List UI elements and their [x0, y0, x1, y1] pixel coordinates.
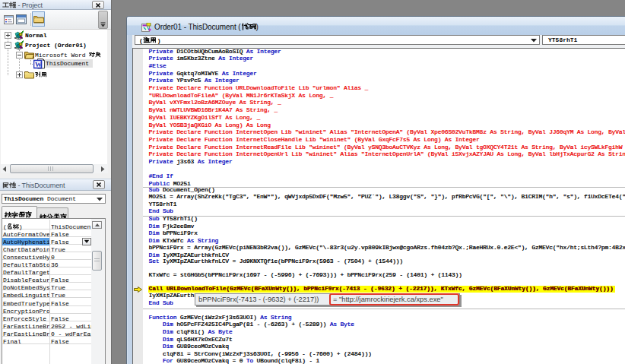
svg-text:W: W	[35, 61, 42, 68]
